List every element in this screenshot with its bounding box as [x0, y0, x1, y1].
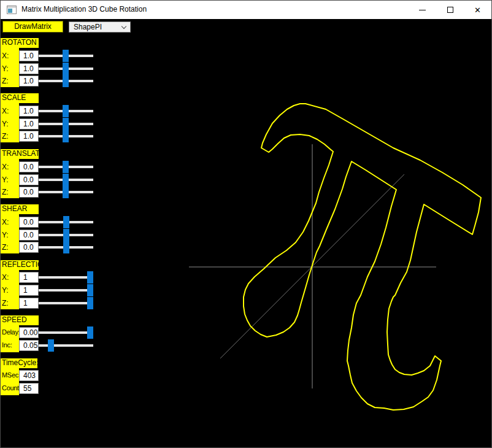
axis-label: Z: — [2, 243, 9, 252]
value-input[interactable] — [19, 174, 39, 185]
msec-label: MSec: — [2, 371, 20, 379]
close-icon: ✕ — [474, 6, 481, 14]
slider-track[interactable] — [39, 331, 93, 334]
readout-row: Count — [1, 383, 99, 395]
value-input[interactable] — [19, 106, 39, 117]
slider[interactable] — [39, 118, 93, 129]
axis-label: Y: — [2, 176, 9, 184]
slider[interactable] — [39, 298, 93, 309]
axis-label: X: — [2, 52, 9, 60]
slider-thumb[interactable] — [87, 297, 93, 309]
slider[interactable] — [39, 242, 93, 253]
slider-thumb[interactable] — [63, 186, 69, 198]
slider-track[interactable] — [39, 289, 93, 292]
delay-label: Delay: — [2, 328, 20, 336]
readout-row: MSec: — [1, 370, 99, 382]
section-title: SCALE — [1, 93, 39, 103]
section-title: TimeCycle: — [1, 358, 37, 368]
slider-row: Z: — [1, 131, 99, 142]
slider-thumb[interactable] — [63, 161, 69, 173]
value-input[interactable] — [19, 230, 39, 241]
close-button[interactable]: ✕ — [464, 1, 491, 19]
chevron-down-icon — [121, 24, 126, 29]
inc-label: Inc: — [2, 341, 12, 349]
slider[interactable] — [39, 174, 93, 185]
value-input[interactable] — [19, 383, 39, 394]
slider-row: Y: — [1, 118, 99, 130]
value-input[interactable] — [19, 75, 39, 87]
value-input[interactable] — [19, 272, 39, 283]
slider-thumb[interactable] — [63, 174, 69, 186]
slider[interactable] — [39, 63, 93, 74]
axis-label: Y: — [2, 286, 9, 295]
shape-select[interactable]: ShapePI — [69, 21, 131, 33]
slider-thumb[interactable] — [63, 241, 69, 253]
maximize-button[interactable] — [436, 1, 464, 19]
value-input[interactable] — [19, 327, 39, 338]
slider[interactable] — [39, 285, 93, 296]
section-translate: TRANSLATE X: Y: Z: — [1, 149, 99, 198]
slider-thumb[interactable] — [87, 326, 93, 339]
shape-select-value: ShapePI — [74, 23, 102, 31]
slider[interactable] — [39, 230, 93, 241]
slider-thumb[interactable] — [87, 284, 93, 296]
slider[interactable] — [39, 272, 93, 283]
slider-row: X: — [1, 106, 99, 117]
value-input[interactable] — [19, 340, 39, 351]
slider-thumb[interactable] — [63, 105, 69, 117]
value-input[interactable] — [19, 242, 39, 253]
slider-row: Inc: — [1, 340, 99, 352]
value-input[interactable] — [19, 370, 39, 381]
slider-thumb[interactable] — [63, 63, 69, 75]
axis-label: Z: — [2, 188, 9, 196]
slider-track[interactable] — [39, 302, 93, 304]
slider-thumb[interactable] — [63, 118, 69, 130]
section-shear: SHEAR X: Y: Z: — [1, 204, 99, 253]
slider-row: Y: — [1, 230, 99, 241]
slider[interactable] — [39, 131, 93, 142]
slider-track[interactable] — [39, 276, 93, 279]
slider[interactable] — [39, 161, 93, 172]
slider-thumb[interactable] — [63, 75, 69, 87]
axis-label: X: — [2, 163, 9, 171]
slider[interactable] — [39, 75, 93, 87]
value-input[interactable] — [19, 50, 39, 61]
minimize-button[interactable] — [409, 1, 436, 19]
slider-row: X: — [1, 161, 99, 173]
slider[interactable] — [39, 327, 93, 338]
slider-row: Z: — [1, 242, 99, 253]
slider-thumb[interactable] — [63, 216, 69, 228]
slider-thumb[interactable] — [87, 271, 93, 284]
value-input[interactable] — [19, 63, 39, 74]
slider-thumb[interactable] — [63, 229, 69, 241]
value-input[interactable] — [19, 131, 39, 142]
value-input[interactable] — [19, 187, 39, 198]
value-input[interactable] — [19, 217, 39, 228]
slider[interactable] — [39, 106, 93, 117]
axis-label: Z: — [2, 77, 9, 85]
slider[interactable] — [39, 217, 93, 228]
section-timecycle: TimeCycle: MSec: Count — [1, 358, 99, 395]
titlebar[interactable]: Matrix Multiplication 3D Cube Rotation ✕ — [1, 1, 491, 19]
section-speed: SPEED Delay: Inc: — [1, 315, 99, 352]
slider-thumb[interactable] — [63, 130, 69, 142]
minimize-icon — [419, 10, 426, 10]
app-icon — [7, 6, 17, 14]
axis-label: Z: — [2, 132, 9, 141]
slider-thumb[interactable] — [48, 339, 54, 352]
axis-label: Y: — [2, 120, 9, 128]
value-input[interactable] — [19, 161, 39, 172]
slider[interactable] — [39, 50, 93, 61]
value-input[interactable] — [19, 298, 39, 309]
window-title: Matrix Multiplication 3D Cube Rotation — [21, 5, 147, 14]
slider-thumb[interactable] — [63, 50, 69, 62]
section-rotation: ROTATON X: Y: Z: — [1, 38, 99, 87]
slider[interactable] — [39, 187, 93, 198]
value-input[interactable] — [19, 118, 39, 129]
slider[interactable] — [39, 340, 93, 351]
slider-track[interactable] — [39, 344, 93, 347]
count-label: Count — [2, 384, 19, 392]
draw-matrix-button[interactable]: DrawMatrix — [2, 21, 63, 33]
maximize-icon — [447, 7, 453, 13]
value-input[interactable] — [19, 285, 39, 296]
